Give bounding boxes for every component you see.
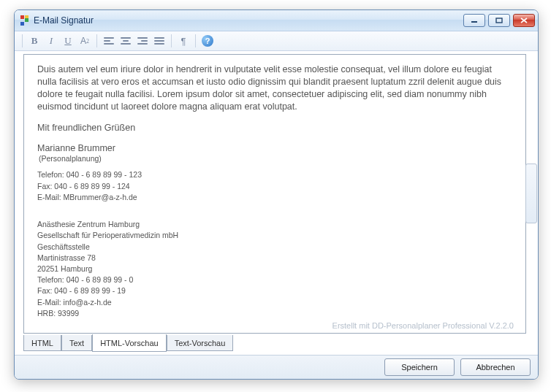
align-left-button[interactable] <box>101 34 117 48</box>
tab-html[interactable]: HTML <box>23 335 61 351</box>
scrollbar-thumb[interactable] <box>525 164 537 223</box>
toolbar-separator <box>171 34 172 47</box>
preview-closing: Mit freundlichen Grüßen <box>37 122 512 134</box>
italic-button[interactable]: I <box>43 34 59 48</box>
minimize-button[interactable] <box>463 14 485 27</box>
align-justify-button[interactable] <box>151 34 167 48</box>
toolbar-separator <box>22 34 23 47</box>
help-icon: ? <box>202 35 213 47</box>
dialog-footer: Speichern Abbrechen <box>15 355 538 379</box>
format-toolbar: B I U A2 ¶ ? <box>15 31 538 51</box>
tab-text-preview[interactable]: Text-Vorschau <box>167 335 234 351</box>
preview-company-block: Anästhesie Zentrum Hamburg Gesellschaft … <box>37 219 512 319</box>
close-button[interactable] <box>513 14 535 27</box>
toolbar-separator <box>195 34 196 47</box>
font-size-button[interactable]: A2 <box>77 34 93 48</box>
svg-rect-1 <box>496 18 502 23</box>
titlebar[interactable]: E-Mail Signatur <box>15 10 538 31</box>
app-icon <box>19 15 29 26</box>
watermark-text: Erstellt mit DD-Personalplaner Professio… <box>332 321 514 330</box>
view-tabs: HTML Text HTML-Vorschau Text-Vorschau <box>23 335 233 351</box>
toolbar-separator <box>96 34 97 47</box>
preview-department: (Personalplanung) <box>39 153 512 164</box>
help-button[interactable]: ? <box>200 34 216 48</box>
save-button[interactable]: Speichern <box>384 358 455 376</box>
cancel-button[interactable]: Abbrechen <box>460 358 531 376</box>
tab-text[interactable]: Text <box>61 335 92 351</box>
bold-button[interactable]: B <box>26 34 42 48</box>
maximize-button[interactable] <box>488 14 510 27</box>
window-title: E-Mail Signatur <box>34 15 463 26</box>
tab-html-preview[interactable]: HTML-Vorschau <box>92 334 166 352</box>
paragraph-marks-button[interactable]: ¶ <box>175 34 191 48</box>
align-right-button[interactable] <box>134 34 151 48</box>
preview-contact-block: Telefon: 040 - 6 89 89 99 - 123 Fax: 040… <box>37 169 512 203</box>
preview-pane: Duis autem vel eum iriure dolor in hendr… <box>23 54 526 334</box>
preview-paragraph: Duis autem vel eum iriure dolor in hendr… <box>37 64 512 113</box>
window-frame: E-Mail Signatur B I U A2 <box>14 9 539 380</box>
align-center-button[interactable] <box>118 34 134 48</box>
underline-button[interactable]: U <box>60 34 76 48</box>
